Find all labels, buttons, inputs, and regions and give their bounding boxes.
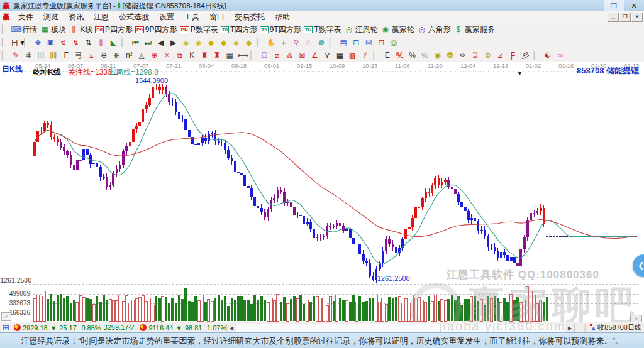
menu-公式选股[interactable]: 公式选股 [114, 13, 154, 21]
gann-diamond-down-icon[interactable]: ◆ [219, 38, 229, 47]
gann-diamond-h-icon[interactable]: ◈ [231, 38, 242, 47]
next-bar-icon[interactable]: ▶ [169, 38, 179, 47]
shenzhen-index-icon[interactable] [140, 324, 147, 331]
pen-icon[interactable]: ✎ [11, 51, 21, 60]
quote-grid-icon[interactable]: ⊞ [3, 324, 9, 332]
price-grid2-icon[interactable]: 卌 [48, 50, 58, 61]
sectors-icon[interactable]: ▦板块 [40, 24, 66, 35]
gold-circle-icon[interactable]: ◉ [433, 51, 443, 60]
crown-icon[interactable]: ♔ [483, 51, 493, 60]
t9-square-icon[interactable]: T99T四方形 [260, 24, 301, 35]
fan-lines-icon[interactable]: ⧄ [272, 51, 282, 60]
close-button[interactable]: ✕ [624, 0, 644, 11]
t-square-icon[interactable]: T8T四方形 [221, 24, 258, 35]
printer-icon[interactable]: ⎙ [389, 38, 399, 47]
gann-diamond-up-icon[interactable]: ◆ [206, 38, 216, 47]
p-square-icon[interactable]: P8P四方形 [95, 24, 133, 35]
trend-lines-icon[interactable]: 彡 [521, 50, 531, 61]
scroll-left-arrow-icon[interactable]: ◀ [227, 324, 236, 332]
net-grid-icon[interactable]: ▦ [225, 51, 235, 60]
skip-start-icon[interactable]: ⏮ [131, 38, 141, 47]
price-grid-icon[interactable]: 卌 [36, 50, 46, 61]
menu-设置[interactable]: 设置 [154, 13, 179, 21]
maximize-button[interactable]: ❐ [604, 0, 624, 11]
calendar-icon[interactable]: ▤ [338, 38, 348, 47]
mark-pen-icon[interactable]: ✑ [458, 51, 468, 60]
k-mark-icon[interactable]: K [187, 51, 197, 60]
percent-a-icon[interactable]: ℀ [395, 51, 405, 60]
zigzag-alt-icon[interactable]: ↯ [70, 38, 80, 47]
kline-pair-icon[interactable]: ⫼ [96, 38, 106, 47]
updown-arrow-icon[interactable]: ⇅ [83, 38, 93, 47]
menu-帮助[interactable]: 帮助 [270, 13, 295, 21]
menu-浏览[interactable]: 浏览 [38, 13, 64, 21]
t-number-table-icon[interactable]: TNT数字表 [304, 24, 341, 35]
menu-窗口[interactable]: 窗口 [204, 13, 230, 21]
expand-volume-button[interactable]: △ [1, 312, 11, 321]
gann-diamond-v-icon[interactable]: ◆ [244, 38, 254, 47]
collect-kline-label[interactable]: 收858708日线 [597, 323, 641, 332]
menu-资讯[interactable]: 资讯 [64, 13, 89, 21]
tick-lines-icon[interactable]: ⧻ [111, 51, 121, 60]
scrollbar-track[interactable] [236, 324, 565, 332]
chart-window-icon[interactable]: ▣ [45, 38, 55, 47]
arc-tool-icon[interactable]: 弓 [74, 50, 84, 61]
menu-交易委托[interactable]: 交易委托 [230, 13, 270, 21]
magnify-icon[interactable]: ⚲ [291, 38, 301, 47]
save-icon[interactable]: ⛁ [364, 38, 374, 47]
matrix-icon[interactable]: ▦ [335, 51, 345, 60]
diag-box-icon[interactable]: ⊠ [297, 51, 307, 60]
fibonacci-icon[interactable]: F [61, 51, 71, 60]
cycle-circle-icon[interactable]: ⊖ [99, 51, 109, 60]
shanghai-index-icon[interactable] [14, 324, 21, 331]
infinity-icon[interactable]: ∞ [555, 51, 565, 60]
taiji-icon[interactable]: ☯ [543, 51, 553, 60]
h-extend-icon[interactable]: ⟷ [237, 51, 247, 60]
menu-文件[interactable]: 文件 [13, 13, 38, 21]
gann-diamond-right-icon[interactable]: ◈ [194, 38, 204, 47]
crosshair-icon[interactable]: ＋ [279, 38, 289, 48]
flag-icon[interactable]: ◣ [108, 38, 118, 47]
mdi-restore-button[interactable]: ❐ [619, 13, 631, 22]
wheel-tool-icon[interactable]: ☸ [316, 38, 326, 47]
mdi-minimize-button[interactable]: ▁ [608, 13, 619, 22]
gann-box-icon[interactable]: ⧉ [174, 51, 184, 60]
angle-icon[interactable]: ∠ [309, 51, 319, 60]
p-number-table-icon[interactable]: PNP数字表 [180, 24, 218, 35]
skip-end-icon[interactable]: ⏭ [143, 38, 153, 47]
winner-service-icon[interactable]: $赢家服务 [453, 24, 495, 35]
menu-工具[interactable]: 工具 [179, 13, 204, 21]
check-line-icon[interactable]: ⋎ [322, 51, 332, 60]
kline-icon[interactable]: ⫼K线 [69, 24, 92, 35]
zigzag-icon[interactable]: ↯ [58, 38, 68, 47]
p9-square-icon[interactable]: P99P四方形 [135, 24, 177, 35]
comb-lines-icon[interactable]: ⋕ [23, 51, 33, 60]
winner-wheel-icon[interactable]: ◉赢家轮 [380, 24, 414, 35]
hot-icon[interactable]: ♨ [304, 38, 314, 47]
tower-icon[interactable]: ♜ [199, 51, 209, 60]
quotes-icon[interactable]: ⌨行情 [11, 24, 37, 35]
protractor-icon[interactable]: ⦛ [86, 51, 96, 60]
square-number-icon[interactable]: n² [124, 51, 134, 60]
window-grid-icon[interactable]: ❖ [33, 38, 43, 47]
gann-circle-icon[interactable]: ⊕ [149, 51, 159, 60]
mdi-close-button[interactable]: ✕ [631, 13, 643, 22]
triangle-tool-icon[interactable]: ◬ [136, 51, 147, 60]
gold-section-icon[interactable]: ⛃ [445, 51, 455, 60]
percent-c-icon[interactable]: ℅ [420, 51, 430, 60]
calculator-icon[interactable]: ⊟ [351, 38, 361, 47]
shaded-grid-icon[interactable]: ▩ [347, 51, 357, 60]
right-triangle-icon[interactable]: ⊿ [496, 51, 506, 60]
chart-h-scrollbar[interactable]: ◀ ▶ [226, 324, 575, 333]
period-selector[interactable]: 日 ▾ [11, 38, 21, 48]
minimize-button[interactable]: ─ [584, 0, 604, 11]
hand-pan-icon[interactable]: ✋ [266, 38, 276, 47]
menu-江恩[interactable]: 江恩 [89, 13, 114, 21]
gann-diamond-left-icon[interactable]: ◈ [181, 38, 191, 47]
monitor-icon[interactable]: ⊡ [376, 38, 386, 47]
e-ruler-icon[interactable]: E [382, 51, 392, 60]
scroll-right-arrow-icon[interactable]: ▶ [565, 324, 574, 332]
slash-lines-icon[interactable]: ⫽ [360, 51, 370, 60]
scroll-right-mini-button[interactable]: → [630, 315, 642, 322]
percent-icon[interactable]: % [408, 51, 418, 60]
